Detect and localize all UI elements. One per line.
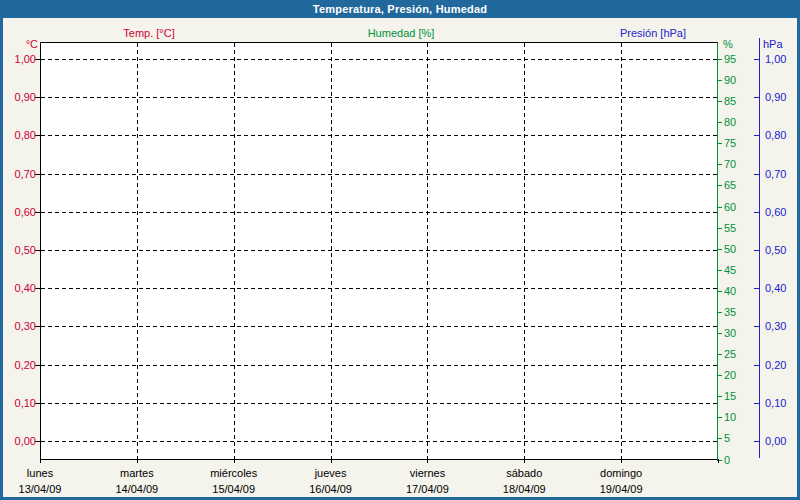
x-axis-date-label: 17/04/09 (379, 482, 475, 496)
humidity-tick-label: 55 (724, 221, 736, 235)
x-axis-date-label: 18/04/09 (476, 482, 572, 496)
humidity-axis-tick (717, 354, 722, 355)
humidity-axis-tick (717, 417, 722, 418)
humidity-axis-tick (717, 438, 722, 439)
horizontal-gridline (41, 97, 717, 98)
horizontal-gridline (41, 212, 717, 213)
horizontal-gridline (41, 135, 717, 136)
horizontal-gridline (41, 250, 717, 251)
vertical-gridline (427, 43, 428, 459)
humidity-tick-label: 60 (724, 200, 736, 214)
pressure-tick-label: 0,10 (765, 396, 786, 410)
temperature-tick-label: 0,60 (3, 205, 36, 219)
x-axis-tick (137, 459, 138, 463)
humidity-axis-tick (717, 122, 722, 123)
x-axis-tick (40, 459, 41, 463)
humidity-tick-label: 25 (724, 347, 736, 361)
humidity-tick-label: 80 (724, 115, 736, 129)
vertical-gridline (621, 43, 622, 459)
window-titlebar[interactable]: Temperatura, Presión, Humedad (0, 0, 800, 18)
horizontal-gridline (41, 441, 717, 442)
x-axis-tick (524, 459, 525, 463)
humidity-tick-label: 95 (724, 52, 736, 66)
humidity-tick-label: 30 (724, 326, 736, 340)
pressure-axis-unit-label: hPa (763, 37, 783, 51)
temperature-tick-label: 0,50 (3, 243, 36, 257)
humidity-axis-tick (717, 101, 722, 102)
chart-panel: Temp. [°C] Humedad [%] Presión [hPa] °C … (3, 18, 797, 497)
humidity-axis-tick (717, 291, 722, 292)
humidity-axis-tick (717, 396, 722, 397)
temperature-tick-label: 1,00 (3, 52, 36, 66)
pressure-tick-label: 0,00 (765, 434, 786, 448)
pressure-axis-tick (754, 212, 759, 213)
x-axis-day-label: viernes (379, 466, 475, 480)
humidity-tick-label: 0 (724, 453, 730, 467)
pressure-axis-tick (754, 403, 759, 404)
x-axis-date-label: 16/04/09 (283, 482, 379, 496)
vertical-gridline (331, 43, 332, 459)
humidity-axis-tick (717, 80, 722, 81)
x-axis-day-label: jueves (283, 466, 379, 480)
temperature-tick-label: 0,40 (3, 281, 36, 295)
pressure-tick-label: 0,80 (765, 128, 786, 142)
pressure-tick-label: 1,00 (765, 52, 786, 66)
humidity-axis-tick (717, 164, 722, 165)
humidity-tick-label: 70 (724, 157, 736, 171)
window-title: Temperatura, Presión, Humedad (313, 3, 487, 15)
temperature-tick-label: 0,20 (3, 358, 36, 372)
x-axis-day-label: domingo (573, 466, 669, 480)
horizontal-gridline (41, 174, 717, 175)
humidity-axis-tick (717, 185, 722, 186)
vertical-gridline (137, 43, 138, 459)
pressure-axis-line (759, 38, 760, 458)
temperature-tick-label: 0,00 (3, 434, 36, 448)
temperature-tick-label: 0,10 (3, 396, 36, 410)
humidity-tick-label: 85 (724, 94, 736, 108)
pressure-tick-label: 0,40 (765, 281, 786, 295)
humidity-axis-tick (717, 375, 722, 376)
pressure-axis-tick (754, 441, 759, 442)
humidity-axis-tick (717, 59, 722, 60)
humidity-tick-label: 15 (724, 389, 736, 403)
temperature-tick-label: 0,70 (3, 167, 36, 181)
humidity-tick-label: 90 (724, 73, 736, 87)
humidity-axis-tick (717, 143, 722, 144)
pressure-tick-label: 0,90 (765, 90, 786, 104)
pressure-tick-label: 0,50 (765, 243, 786, 257)
humidity-axis-tick (717, 333, 722, 334)
humidity-tick-label: 40 (724, 284, 736, 298)
humidity-axis-tick (717, 207, 722, 208)
pressure-axis-tick (754, 135, 759, 136)
humidity-tick-label: 75 (724, 136, 736, 150)
vertical-gridline (524, 43, 525, 459)
x-axis-day-label: sábado (476, 466, 572, 480)
x-axis-date-label: 15/04/09 (186, 482, 282, 496)
pressure-tick-label: 0,60 (765, 205, 786, 219)
humidity-tick-label: 45 (724, 263, 736, 277)
humidity-axis-unit-label: % (723, 37, 733, 51)
pressure-axis-tick (754, 288, 759, 289)
app-window: Temperatura, Presión, Humedad Temp. [°C]… (0, 0, 800, 500)
pressure-tick-label: 0,30 (765, 319, 786, 333)
temperature-tick-label: 0,90 (3, 90, 36, 104)
x-axis-tick (621, 459, 622, 463)
x-axis-day-label: miércoles (186, 466, 282, 480)
legend-temperature: Temp. [°C] (123, 26, 174, 40)
humidity-tick-label: 5 (724, 431, 730, 445)
x-axis-date-label: 19/04/09 (573, 482, 669, 496)
pressure-axis-tick (754, 174, 759, 175)
legend-humidity: Humedad [%] (368, 26, 435, 40)
pressure-axis-tick (754, 326, 759, 327)
plot-area (40, 42, 718, 460)
humidity-tick-label: 50 (724, 242, 736, 256)
pressure-tick-label: 0,20 (765, 358, 786, 372)
horizontal-gridline (41, 403, 717, 404)
x-axis-date-label: 13/04/09 (0, 482, 88, 496)
pressure-axis-tick (754, 59, 759, 60)
legend-pressure: Presión [hPa] (620, 26, 686, 40)
humidity-axis-tick (717, 270, 722, 271)
temperature-axis-unit-label: °C (3, 37, 38, 51)
temperature-tick-label: 0,80 (3, 128, 36, 142)
x-axis-tick (331, 459, 332, 463)
